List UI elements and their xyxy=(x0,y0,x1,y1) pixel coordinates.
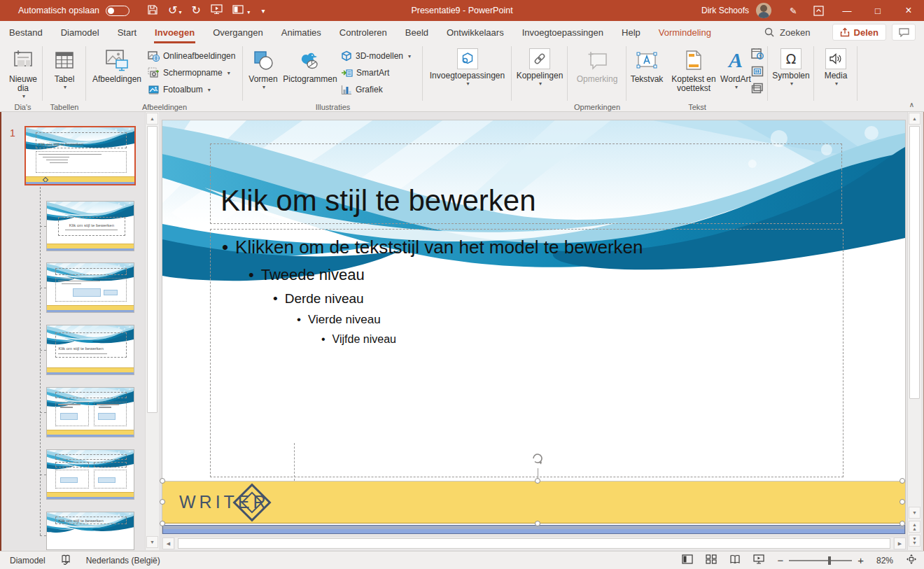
symbols-button[interactable]: Ω Symbolen ▾ xyxy=(771,45,811,101)
selection-handle[interactable] xyxy=(899,499,905,505)
panel-scrollbar[interactable]: ▲ ▼ xyxy=(145,112,159,550)
body-placeholder[interactable]: Klikken om de tekststijl van het model t… xyxy=(210,229,844,477)
thumbnail-master[interactable]: Klik om stijl te bewerken xyxy=(24,126,136,185)
slideshow-view-icon[interactable] xyxy=(753,554,764,566)
chart-button[interactable]: Grafiek xyxy=(341,82,411,97)
horizontal-scrollbar-thumb[interactable] xyxy=(178,538,890,549)
tab-start[interactable]: Start xyxy=(108,21,146,43)
addins-button[interactable]: Invoegtoepassingen ▾ xyxy=(424,45,510,101)
autosave-toggle[interactable] xyxy=(106,6,130,16)
zoom-slider-thumb[interactable] xyxy=(828,556,831,565)
start-slideshow-icon[interactable] xyxy=(211,4,223,17)
search-box[interactable]: Zoeken xyxy=(764,27,810,38)
date-time-icon[interactable] xyxy=(751,48,764,63)
pen-inking-icon[interactable]: ✎ xyxy=(781,0,805,21)
main-horizontal-scrollbar[interactable]: ◀ ▶ xyxy=(162,538,906,550)
title-placeholder[interactable]: Klik om stijl te bewerken xyxy=(210,143,842,224)
new-slide-button[interactable]: Nieuwe dia ▾ xyxy=(6,45,41,101)
undo-button[interactable]: ↺▾ xyxy=(168,5,181,16)
bullet-level-3[interactable]: Derde niveau xyxy=(273,291,837,307)
selection-handle[interactable] xyxy=(535,521,540,526)
slide-number-icon[interactable] xyxy=(751,66,764,80)
3d-models-button[interactable]: 3D-modellen ▾ xyxy=(341,48,411,64)
tab-diamodel[interactable]: Diamodel xyxy=(52,21,108,43)
object-icon[interactable] xyxy=(751,83,764,97)
thumbnail-layout-section[interactable]: Klik om stijl te bewerken xyxy=(46,325,134,375)
scroll-right-icon[interactable]: ▶ xyxy=(894,538,906,549)
scroll-down-icon[interactable]: ▼ xyxy=(909,507,920,519)
normal-view-icon[interactable] xyxy=(682,554,693,566)
tab-invoegen[interactable]: Invoegen xyxy=(146,21,204,43)
pictures-button[interactable]: Afbeeldingen xyxy=(89,45,145,101)
textbox-button[interactable]: Tekstvak xyxy=(628,45,666,101)
chevron-down-icon[interactable]: ▾ xyxy=(178,9,181,15)
tab-bestand[interactable]: Bestand xyxy=(0,21,52,43)
view-name-status[interactable]: Diamodel xyxy=(10,556,46,566)
selection-handle[interactable] xyxy=(899,521,905,526)
close-button[interactable]: × xyxy=(893,0,924,21)
previous-slide-button[interactable]: ▲▲ xyxy=(909,521,920,533)
user-name[interactable]: Dirk Schoofs xyxy=(701,6,749,15)
slide-title[interactable]: Klik om stijl te bewerken xyxy=(220,184,536,218)
links-button[interactable]: Koppelingen ▾ xyxy=(513,45,566,101)
slide-sorter-view-icon[interactable] xyxy=(706,554,717,566)
screenshot-button[interactable]: Schermopname ▾ xyxy=(148,65,235,80)
bullet-level-2[interactable]: Tweede niveau xyxy=(248,266,837,284)
slide-canvas[interactable]: Klik om stijl te bewerken Klikken om de … xyxy=(162,120,905,533)
zoom-slider-track[interactable] xyxy=(789,560,852,561)
zoom-level[interactable]: 82% xyxy=(876,556,893,566)
ribbon-display-options-icon[interactable] xyxy=(805,0,832,21)
icons-button[interactable]: Pictogrammen xyxy=(282,45,338,101)
thumbnail-layout-content[interactable] xyxy=(46,262,134,313)
save-icon[interactable] xyxy=(147,4,158,17)
shapes-button[interactable]: Vormen ▾ xyxy=(246,45,281,101)
redo-button[interactable]: ↻ xyxy=(191,5,200,16)
share-button[interactable]: Delen xyxy=(832,24,886,41)
table-button[interactable]: Tabel ▾ xyxy=(48,45,80,101)
layout-button[interactable]: ▾ xyxy=(232,5,251,16)
zoom-in-icon[interactable]: + xyxy=(858,554,864,566)
scroll-left-icon[interactable]: ◀ xyxy=(162,538,174,549)
scroll-up-icon[interactable]: ▲ xyxy=(146,113,158,125)
spellcheck-icon[interactable] xyxy=(61,554,71,567)
thumbnail-layout-title[interactable]: Klik om stijl te bewerken xyxy=(46,201,134,251)
panel-scrollbar-thumb[interactable] xyxy=(147,126,158,413)
reading-view-icon[interactable] xyxy=(729,554,741,566)
selection-handle[interactable] xyxy=(535,478,540,484)
comments-button[interactable] xyxy=(892,24,916,41)
chevron-down-icon[interactable]: ▾ xyxy=(247,9,250,15)
bullet-level-1[interactable]: Klikken om de tekststijl van het model t… xyxy=(222,237,837,258)
online-pictures-button[interactable]: Onlineafbeeldingen xyxy=(148,48,235,64)
tab-controleren[interactable]: Controleren xyxy=(330,21,396,43)
rotate-handle-icon[interactable] xyxy=(530,451,545,466)
main-vertical-scrollbar[interactable]: ▲ ▼ ▲▲ ▼▼ xyxy=(907,112,921,550)
language-status[interactable]: Nederlands (België) xyxy=(86,556,160,566)
tab-overgangen[interactable]: Overgangen xyxy=(204,21,272,43)
tab-ontwikkelaars[interactable]: Ontwikkelaars xyxy=(438,21,513,43)
qat-overflow-icon[interactable]: ▾ xyxy=(261,7,265,15)
collapse-ribbon-icon[interactable]: ∧ xyxy=(909,101,914,108)
tab-vormindeling[interactable]: Vormindeling xyxy=(650,21,720,43)
tab-help[interactable]: Help xyxy=(612,21,650,43)
zoom-out-icon[interactable]: − xyxy=(777,554,783,566)
maximize-button[interactable]: □ xyxy=(862,0,893,21)
header-footer-button[interactable]: Koptekst en voettekst xyxy=(667,45,720,101)
tab-beeld[interactable]: Beeld xyxy=(396,21,438,43)
scroll-up-icon[interactable]: ▲ xyxy=(909,113,920,125)
tab-invoegtoepassingen[interactable]: Invoegtoepassingen xyxy=(513,21,612,43)
next-slide-button[interactable]: ▼▼ xyxy=(909,535,920,547)
wordart-button[interactable]: A WordArt ▾ xyxy=(720,45,751,101)
selection-handle[interactable] xyxy=(160,521,165,526)
thumbnail-layout-title-only[interactable]: Klik om stijl te bewerken xyxy=(46,512,134,550)
tab-animaties[interactable]: Animaties xyxy=(272,21,330,43)
thumbnail-layout-two-content[interactable] xyxy=(46,387,134,437)
media-button[interactable]: Media ▾ xyxy=(817,45,855,101)
bullet-level-4[interactable]: Vierde niveau xyxy=(297,313,837,327)
smartart-button[interactable]: SmartArt xyxy=(341,65,411,80)
selection-handle[interactable] xyxy=(160,478,165,484)
zoom-control[interactable]: − + xyxy=(777,554,864,566)
writer-banner-shape[interactable]: WRITER xyxy=(162,481,905,524)
avatar[interactable] xyxy=(756,3,771,18)
fit-to-window-icon[interactable] xyxy=(906,554,917,567)
minimize-button[interactable]: — xyxy=(832,0,862,21)
